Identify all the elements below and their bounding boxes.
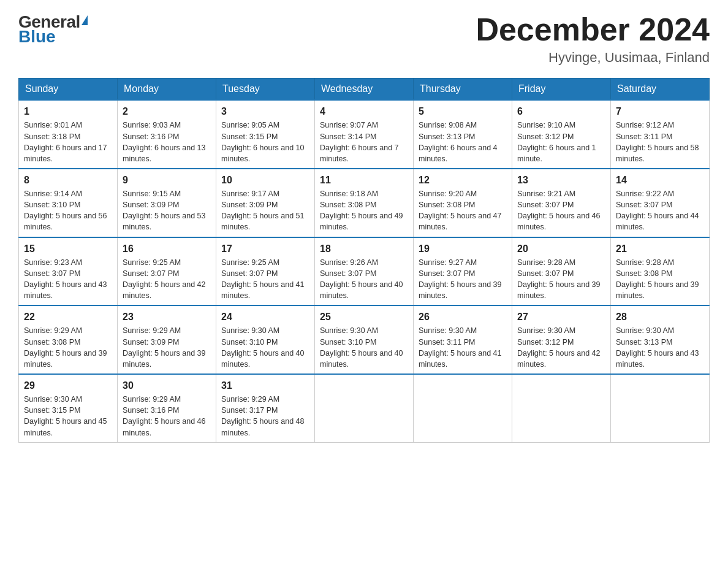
calendar-table: Sunday Monday Tuesday Wednesday Thursday… [18, 78, 710, 442]
table-row: 14 Sunrise: 9:22 AM Sunset: 3:07 PM Dayl… [611, 169, 710, 237]
day-number: 7 [616, 104, 704, 118]
sunrise-text: Sunrise: 9:10 AM [517, 121, 575, 129]
table-row: 9 Sunrise: 9:15 AM Sunset: 3:09 PM Dayli… [118, 169, 216, 237]
table-row: 23 Sunrise: 9:29 AM Sunset: 3:09 PM Dayl… [118, 305, 216, 374]
day-number: 31 [221, 378, 309, 393]
sunset-text: Sunset: 3:08 PM [320, 201, 376, 209]
daylight-text: Daylight: 5 hours and 40 minutes. [320, 349, 403, 369]
sunset-text: Sunset: 3:09 PM [221, 201, 278, 209]
sunrise-text: Sunrise: 9:20 AM [419, 190, 477, 198]
daylight-text: Daylight: 5 hours and 39 minutes. [24, 349, 107, 369]
sunrise-text: Sunrise: 9:28 AM [616, 258, 674, 267]
daylight-text: Daylight: 5 hours and 40 minutes. [320, 280, 403, 300]
col-wednesday: Wednesday [315, 79, 414, 101]
col-saturday: Saturday [611, 79, 710, 101]
logo: General Blue [18, 12, 88, 47]
daylight-text: Daylight: 5 hours and 45 minutes. [24, 417, 107, 437]
table-row: 25 Sunrise: 9:30 AM Sunset: 3:10 PM Dayl… [315, 305, 414, 374]
sunrise-text: Sunrise: 9:12 AM [616, 121, 674, 129]
sunrise-text: Sunrise: 9:29 AM [24, 326, 82, 335]
daylight-text: Daylight: 5 hours and 43 minutes. [616, 349, 699, 369]
table-row: 27 Sunrise: 9:30 AM Sunset: 3:12 PM Dayl… [512, 305, 611, 374]
sunrise-text: Sunrise: 9:18 AM [320, 190, 378, 198]
day-number: 21 [616, 242, 704, 256]
day-number: 28 [616, 310, 704, 324]
day-number: 16 [123, 242, 211, 256]
calendar-week-row: 15 Sunrise: 9:23 AM Sunset: 3:07 PM Dayl… [19, 237, 710, 306]
sunset-text: Sunset: 3:07 PM [221, 269, 278, 278]
sunrise-text: Sunrise: 9:30 AM [24, 395, 82, 404]
sunset-text: Sunset: 3:07 PM [419, 269, 475, 278]
sunset-text: Sunset: 3:10 PM [320, 338, 376, 347]
sunrise-text: Sunrise: 9:25 AM [123, 258, 181, 267]
daylight-text: Daylight: 5 hours and 43 minutes. [24, 280, 107, 300]
table-row: 31 Sunrise: 9:29 AM Sunset: 3:17 PM Dayl… [216, 374, 315, 442]
sunset-text: Sunset: 3:07 PM [123, 269, 179, 278]
sunset-text: Sunset: 3:13 PM [419, 132, 475, 141]
daylight-text: Daylight: 5 hours and 47 minutes. [419, 212, 502, 231]
table-row: 19 Sunrise: 9:27 AM Sunset: 3:07 PM Dayl… [414, 237, 512, 306]
day-number: 23 [123, 310, 211, 324]
table-row: 10 Sunrise: 9:17 AM Sunset: 3:09 PM Dayl… [216, 169, 315, 237]
col-tuesday: Tuesday [216, 79, 315, 101]
daylight-text: Daylight: 5 hours and 40 minutes. [221, 349, 305, 369]
location-subtitle: Hyvinge, Uusimaa, Finland [476, 50, 710, 66]
col-sunday: Sunday [19, 79, 118, 101]
day-number: 2 [123, 104, 211, 118]
table-row [315, 374, 414, 442]
sunrise-text: Sunrise: 9:29 AM [123, 395, 181, 404]
daylight-text: Daylight: 5 hours and 39 minutes. [123, 349, 206, 369]
day-number: 18 [320, 242, 408, 256]
table-row: 29 Sunrise: 9:30 AM Sunset: 3:15 PM Dayl… [19, 374, 118, 442]
month-year-title: December 2024 [476, 12, 710, 47]
daylight-text: Daylight: 5 hours and 41 minutes. [221, 280, 305, 300]
table-row: 11 Sunrise: 9:18 AM Sunset: 3:08 PM Dayl… [315, 169, 414, 237]
day-number: 17 [221, 242, 309, 256]
page-header: General Blue December 2024 Hyvinge, Uusi… [18, 12, 710, 66]
day-number: 14 [616, 173, 704, 187]
table-row: 7 Sunrise: 9:12 AM Sunset: 3:11 PM Dayli… [611, 100, 710, 169]
daylight-text: Daylight: 5 hours and 48 minutes. [221, 417, 305, 437]
sunset-text: Sunset: 3:10 PM [24, 201, 80, 209]
sunrise-text: Sunrise: 9:17 AM [221, 190, 279, 198]
table-row [512, 374, 611, 442]
calendar-week-row: 29 Sunrise: 9:30 AM Sunset: 3:15 PM Dayl… [19, 374, 710, 442]
daylight-text: Daylight: 5 hours and 49 minutes. [320, 212, 403, 231]
table-row: 30 Sunrise: 9:29 AM Sunset: 3:16 PM Dayl… [118, 374, 216, 442]
day-number: 6 [517, 104, 605, 118]
daylight-text: Daylight: 5 hours and 53 minutes. [123, 212, 206, 231]
daylight-text: Daylight: 5 hours and 42 minutes. [517, 349, 601, 369]
table-row: 15 Sunrise: 9:23 AM Sunset: 3:07 PM Dayl… [19, 237, 118, 306]
table-row: 3 Sunrise: 9:05 AM Sunset: 3:15 PM Dayli… [216, 100, 315, 169]
sunset-text: Sunset: 3:08 PM [616, 269, 672, 278]
day-number: 3 [221, 104, 309, 118]
calendar-week-row: 22 Sunrise: 9:29 AM Sunset: 3:08 PM Dayl… [19, 305, 710, 374]
logo-blue-text: Blue [18, 27, 56, 47]
table-row: 8 Sunrise: 9:14 AM Sunset: 3:10 PM Dayli… [19, 169, 118, 237]
sunset-text: Sunset: 3:09 PM [123, 338, 179, 347]
sunset-text: Sunset: 3:07 PM [616, 201, 672, 209]
sunrise-text: Sunrise: 9:21 AM [517, 190, 575, 198]
sunrise-text: Sunrise: 9:30 AM [616, 326, 674, 335]
title-section: December 2024 Hyvinge, Uusimaa, Finland [476, 12, 710, 66]
table-row: 28 Sunrise: 9:30 AM Sunset: 3:13 PM Dayl… [611, 305, 710, 374]
day-number: 15 [24, 242, 112, 256]
sunrise-text: Sunrise: 9:22 AM [616, 190, 674, 198]
daylight-text: Daylight: 5 hours and 51 minutes. [221, 212, 305, 231]
daylight-text: Daylight: 5 hours and 58 minutes. [616, 144, 699, 163]
sunrise-text: Sunrise: 9:03 AM [123, 121, 181, 129]
sunset-text: Sunset: 3:16 PM [123, 406, 179, 415]
sunrise-text: Sunrise: 9:08 AM [419, 121, 477, 129]
daylight-text: Daylight: 6 hours and 1 minute. [517, 144, 596, 163]
day-number: 11 [320, 173, 408, 187]
sunset-text: Sunset: 3:07 PM [517, 201, 574, 209]
day-number: 30 [123, 378, 211, 393]
sunset-text: Sunset: 3:07 PM [320, 269, 376, 278]
day-number: 13 [517, 173, 605, 187]
daylight-text: Daylight: 5 hours and 39 minutes. [517, 280, 601, 300]
sunrise-text: Sunrise: 9:01 AM [24, 121, 82, 129]
daylight-text: Daylight: 6 hours and 7 minutes. [320, 144, 399, 163]
sunset-text: Sunset: 3:07 PM [24, 269, 80, 278]
sunset-text: Sunset: 3:08 PM [24, 338, 80, 347]
day-number: 10 [221, 173, 309, 187]
